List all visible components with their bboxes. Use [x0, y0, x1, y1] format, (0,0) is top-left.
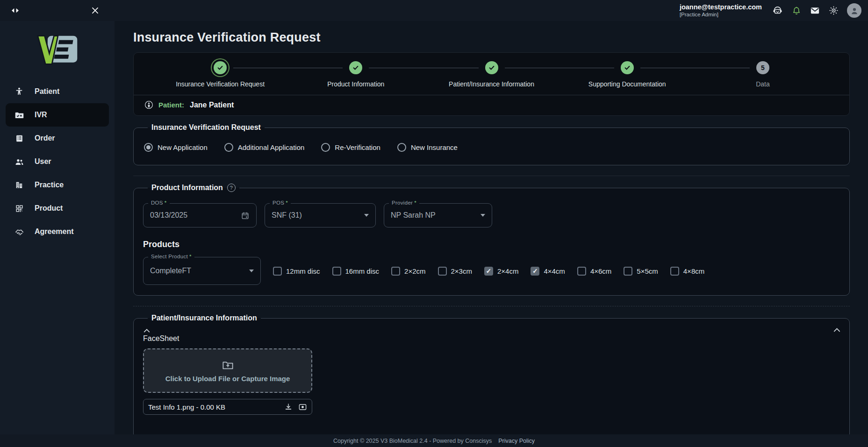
radio-new-insurance[interactable]: New Insurance: [397, 143, 458, 152]
radio-new-application[interactable]: New Application: [144, 143, 208, 152]
required-asterisk: *: [286, 200, 288, 206]
sidebar-item-order[interactable]: Order: [0, 127, 115, 150]
checkbox-4x6cm[interactable]: 4×6cm: [577, 267, 611, 276]
help-circle-icon[interactable]: ?: [227, 184, 236, 192]
radio-additional-application[interactable]: Additional Application: [224, 143, 305, 152]
upload-folder-icon: [222, 359, 234, 371]
collapse-chevron-icon[interactable]: [143, 328, 840, 333]
step-label: Product Information: [327, 80, 384, 95]
checkbox-16mm-disc[interactable]: 16mm disc: [332, 267, 380, 276]
sidebar-nav: Patient IVR Order User Practice: [0, 80, 115, 243]
practice-building-icon: [14, 180, 24, 190]
checkbox-label: 4×8cm: [683, 267, 704, 275]
provider-select[interactable]: Provider* NP Sarah NP: [384, 203, 492, 227]
brightness-icon[interactable]: [828, 5, 839, 16]
sidebar-item-label: Product: [35, 204, 63, 213]
dos-field[interactable]: DOS* 03/13/2025: [143, 203, 257, 227]
step-check-icon[interactable]: [214, 61, 227, 74]
patient-info-icon: [144, 100, 154, 110]
checkbox-icon: [391, 267, 400, 276]
sidebar-item-practice[interactable]: Practice: [0, 173, 115, 197]
product-information-title: Product Information: [151, 184, 223, 192]
sidebar-item-label: Patient: [35, 87, 59, 96]
step-data: 5 Data: [695, 61, 831, 95]
close-icon[interactable]: [91, 6, 100, 15]
pos-select[interactable]: POS* SNF (31): [265, 203, 376, 227]
step-supporting-documentation: Supporting Documentation: [560, 61, 695, 95]
checkbox-label: 4×6cm: [590, 267, 611, 275]
mail-icon[interactable]: [810, 5, 820, 16]
dropdown-arrow-icon: [249, 270, 254, 272]
user-email: joanne@testpractice.com: [680, 3, 762, 11]
checkbox-2x4cm[interactable]: 2×4cm: [484, 267, 518, 276]
checkbox-4x8cm[interactable]: 4×8cm: [670, 267, 704, 276]
step-label: Patient/Insurance Information: [449, 80, 534, 95]
main-content: Insurance Verification Request Insurance…: [115, 21, 868, 434]
select-product-value: CompleteFT: [150, 267, 249, 275]
select-product-dropdown[interactable]: Select Product* CompleteFT: [143, 257, 261, 285]
checkbox-icon: [438, 267, 447, 276]
uploaded-file-name: Test Info 1.png - 0.00 KB: [148, 403, 279, 411]
page-title: Insurance Verification Request: [133, 30, 850, 45]
product-fields-row: DOS* 03/13/2025 POS* SNF (31) Provider* …: [143, 203, 840, 227]
step-insurance-verification-request: Insurance Verification Request: [152, 61, 288, 95]
collapse-panels-icon[interactable]: [10, 6, 20, 15]
checkbox-icon: [332, 267, 341, 276]
stepper-card: Insurance Verification Request Product I…: [133, 52, 850, 116]
patient-insurance-section: Patient/Insurance Information FaceSheet …: [133, 314, 850, 434]
collapse-chevron-icon[interactable]: [833, 327, 841, 333]
checkbox-4x4cm[interactable]: 4×4cm: [531, 267, 565, 276]
uploaded-file-chip: Test Info 1.png - 0.00 KB: [143, 399, 312, 415]
user-avatar[interactable]: [847, 3, 861, 18]
facesheet-upload-dropzone[interactable]: Click to Upload File or Capture Image: [143, 348, 312, 393]
checkbox-2x3cm[interactable]: 2×3cm: [438, 267, 472, 276]
privacy-policy-link[interactable]: Privacy Policy: [498, 438, 535, 444]
radio-button-icon: [321, 143, 330, 152]
step-patient-insurance-information: Patient/Insurance Information: [423, 61, 559, 95]
sidebar-item-product[interactable]: Product: [0, 197, 115, 220]
radio-button-icon: [397, 143, 406, 152]
required-asterisk: *: [414, 200, 416, 206]
checkbox-5x5cm[interactable]: 5×5cm: [624, 267, 658, 276]
checkbox-label: 4×4cm: [544, 267, 565, 275]
topbar: joanne@testpractice.com [Practice Admin]: [0, 0, 868, 21]
checkbox-icon: [531, 267, 539, 276]
step-check-icon[interactable]: [621, 61, 634, 74]
sidebar-item-label: User: [35, 157, 51, 166]
sidebar-item-patient[interactable]: Patient: [0, 80, 115, 103]
dropdown-arrow-icon: [481, 214, 485, 217]
radio-re-verification[interactable]: Re-Verification: [321, 143, 380, 152]
support-bot-icon[interactable]: [772, 5, 783, 16]
calendar-icon[interactable]: [241, 211, 250, 220]
step-label: Insurance Verification Request: [176, 80, 265, 95]
dos-value: 03/13/2025: [150, 211, 241, 220]
step-check-icon[interactable]: [485, 61, 498, 74]
agreement-handshake-icon: [14, 227, 24, 237]
checkbox-icon: [670, 267, 679, 276]
checkbox-2x2cm[interactable]: 2×2cm: [391, 267, 425, 276]
radio-label: Re-Verification: [335, 143, 380, 151]
provider-label: Provider: [392, 200, 413, 206]
notification-bell-icon[interactable]: [791, 6, 802, 16]
dos-label: DOS: [151, 200, 163, 206]
step-number-badge[interactable]: 5: [756, 61, 769, 74]
product-grid-icon: [14, 204, 24, 213]
footer: Copyright © 2025 V3 BioMedical 2.4 - Pow…: [0, 434, 868, 447]
upload-dropzone-text: Click to Upload File or Capture Image: [165, 375, 290, 383]
pos-label: POS: [273, 200, 284, 206]
facesheet-label: FaceSheet: [143, 334, 840, 343]
preview-image-icon[interactable]: [298, 403, 307, 412]
step-check-icon[interactable]: [349, 61, 362, 74]
sidebar-item-agreement[interactable]: Agreement: [0, 220, 115, 243]
checkbox-label: 2×4cm: [497, 267, 518, 275]
sidebar-item-user[interactable]: User: [0, 150, 115, 173]
checkbox-12mm-disc[interactable]: 12mm disc: [273, 267, 320, 276]
sidebar-item-ivr[interactable]: IVR: [6, 103, 109, 127]
section-divider: [133, 176, 850, 176]
download-icon[interactable]: [284, 403, 293, 411]
user-identity: joanne@testpractice.com [Practice Admin]: [680, 3, 762, 18]
v3-logo: [36, 34, 79, 66]
user-group-icon: [14, 157, 24, 167]
order-document-icon: [14, 134, 24, 143]
sidebar-item-label: Order: [35, 134, 55, 142]
